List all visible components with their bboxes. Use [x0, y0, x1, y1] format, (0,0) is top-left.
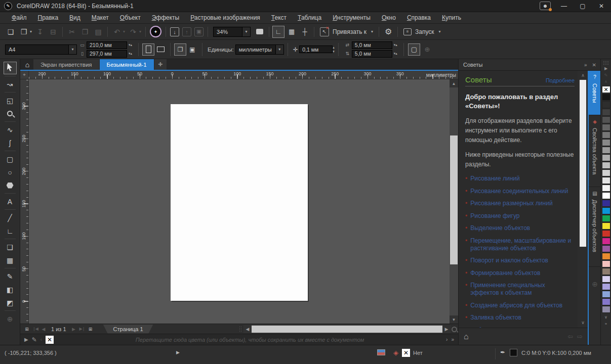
tips-topic-link[interactable]: •Выделение объектов: [465, 224, 575, 232]
color-swatch[interactable]: [602, 283, 610, 290]
flyout-arrow-icon[interactable]: ▶: [24, 337, 28, 342]
scroll-down-icon[interactable]: ∨: [579, 319, 587, 326]
fill-none-swatch[interactable]: ✕: [402, 349, 410, 357]
docker-scrollbar-thumb[interactable]: [580, 80, 586, 247]
color-swatch[interactable]: [602, 192, 610, 199]
freehand-tool[interactable]: ∿: [4, 123, 17, 136]
text-tool[interactable]: A: [4, 195, 17, 208]
next-page-button[interactable]: ▶: [69, 325, 78, 333]
all-pages-button[interactable]: ❐: [174, 43, 186, 56]
tips-topic-link[interactable]: •Рисование линий: [465, 175, 575, 183]
welcome-home-icon[interactable]: ⌂: [21, 59, 33, 70]
vertical-scrollbar[interactable]: ▲ ▼: [450, 79, 458, 324]
duplicate-distance-y-field[interactable]: 5,0 мм: [352, 50, 392, 58]
account-icon[interactable]: ☻: [540, 2, 551, 10]
color-swatch[interactable]: [602, 276, 610, 283]
launch-dropdown[interactable]: ≡ Запуск ▾: [400, 28, 444, 35]
show-guidelines-toggle[interactable]: ┼: [299, 26, 311, 38]
scroll-up-icon[interactable]: ∧: [579, 72, 587, 79]
menu-item[interactable]: Растровые изображения: [185, 13, 266, 23]
polygon-tool[interactable]: [4, 179, 17, 192]
tips-topic-link[interactable]: •Создание абрисов для объектов: [465, 302, 575, 309]
treat-as-filled-toggle[interactable]: ▢: [408, 43, 420, 56]
palette-expand-icon[interactable]: »: [605, 321, 607, 327]
color-swatch[interactable]: [602, 291, 610, 298]
crop-tool[interactable]: ◱: [4, 94, 17, 107]
palette-flyout-icon[interactable]: ▶: [604, 65, 607, 72]
vertical-ruler[interactable]: 300250200150100500: [20, 79, 29, 324]
eyedropper-icon[interactable]: ✎: [32, 336, 37, 343]
page-tab[interactable]: Страница 1: [103, 325, 153, 334]
artistic-media-tool[interactable]: ʃ: [4, 136, 17, 149]
menu-item[interactable]: Справка: [401, 13, 436, 23]
menu-item[interactable]: Купить: [436, 13, 467, 23]
scroll-left-button[interactable]: ◀: [243, 325, 252, 333]
zoom-tool[interactable]: [4, 107, 17, 120]
stepper-buttons[interactable]: ▾▴: [394, 43, 397, 47]
outline-color-swatch[interactable]: [510, 349, 517, 356]
color-swatch[interactable]: [602, 306, 610, 313]
customize-toolbox-button[interactable]: ⊕: [4, 312, 17, 325]
fill-icon[interactable]: ◈: [393, 349, 398, 356]
no-color-swatch[interactable]: ✕: [46, 336, 54, 344]
menu-item[interactable]: Таблица: [292, 13, 327, 23]
color-swatch[interactable]: [602, 245, 610, 252]
fullscreen-preview-button[interactable]: [254, 26, 266, 38]
scroll-left-icon[interactable]: ‹: [40, 337, 42, 342]
color-swatch[interactable]: [602, 200, 610, 207]
menu-item[interactable]: Макет: [86, 13, 114, 23]
last-page-button[interactable]: ▶❘: [78, 325, 86, 333]
horizontal-scrollbar-thumb[interactable]: [252, 326, 442, 333]
tab-welcome-screen[interactable]: Экран приветствия: [33, 59, 99, 70]
transparency-tool[interactable]: ▦: [4, 254, 17, 266]
add-page-start-button[interactable]: ⊞: [22, 325, 31, 333]
tips-topic-link[interactable]: •Рисование соединительных линий: [465, 188, 575, 195]
color-swatch[interactable]: [602, 298, 610, 305]
no-color-swatch[interactable]: ✕: [602, 86, 610, 93]
palette-drag-handle[interactable]: [603, 61, 609, 65]
outline-pen-icon[interactable]: ✒: [500, 349, 505, 356]
scroll-right-icon[interactable]: ›: [446, 337, 447, 342]
new-tab-button[interactable]: ✚: [154, 59, 167, 70]
menu-item[interactable]: Правка: [32, 13, 64, 23]
palette-scroll-down-icon[interactable]: ∨: [604, 314, 607, 321]
page-height-field[interactable]: 297,0 мм: [87, 50, 127, 58]
color-eyedropper-tool[interactable]: ✎: [4, 270, 17, 283]
interactive-fill-tool[interactable]: ◧: [4, 283, 17, 296]
ruler-origin[interactable]: ⌖: [20, 71, 29, 79]
scroll-down-button[interactable]: ▼: [450, 315, 458, 324]
smart-fill-tool[interactable]: ◩: [4, 296, 17, 309]
page-size-preset-combobox[interactable]: A4 ▾: [5, 44, 77, 55]
home-icon[interactable]: ⌂: [464, 332, 469, 341]
save-button[interactable]: ↧: [34, 26, 46, 38]
color-swatch[interactable]: [602, 222, 610, 230]
stepper-buttons[interactable]: ▾▴: [129, 52, 132, 56]
stepper-buttons[interactable]: ▾▴: [129, 43, 132, 47]
publish-pdf-button[interactable]: ▣: [193, 26, 205, 37]
document-page[interactable]: [171, 104, 308, 301]
copy-button[interactable]: ❐: [79, 26, 91, 38]
tips-topic-link[interactable]: •Рисование фигур: [465, 212, 575, 220]
search-content-button[interactable]: ✦: [149, 26, 162, 37]
first-page-button[interactable]: ❘◀: [31, 325, 39, 333]
color-swatch[interactable]: [602, 177, 610, 184]
close-docker-icon[interactable]: ✕: [592, 62, 596, 68]
stepper-buttons[interactable]: ▾▴: [394, 52, 397, 56]
menu-item[interactable]: Файл: [6, 13, 32, 23]
menu-item[interactable]: Объект: [114, 13, 146, 23]
scroll-right-button[interactable]: ▶: [442, 325, 451, 333]
nudge-distance-field[interactable]: 0,1 мм: [299, 46, 333, 53]
redo-button[interactable]: ↷▾: [127, 26, 142, 38]
tips-topic-link[interactable]: •Поворот и наклон объектов: [465, 257, 575, 264]
docker-scrollbar[interactable]: ∧ ∨: [579, 72, 587, 326]
current-page-button[interactable]: ▣: [186, 43, 198, 56]
cut-button[interactable]: ✂: [66, 26, 78, 38]
options-button[interactable]: ⚙: [382, 26, 394, 38]
color-swatch[interactable]: [602, 162, 610, 169]
menu-item[interactable]: Эффекты: [146, 13, 185, 23]
drop-shadow-tool[interactable]: ❏: [4, 241, 17, 253]
color-swatch[interactable]: [602, 207, 610, 214]
color-proof-icon[interactable]: [377, 349, 385, 355]
color-swatch[interactable]: [602, 253, 610, 260]
add-page-end-button[interactable]: ⊞: [86, 325, 95, 333]
